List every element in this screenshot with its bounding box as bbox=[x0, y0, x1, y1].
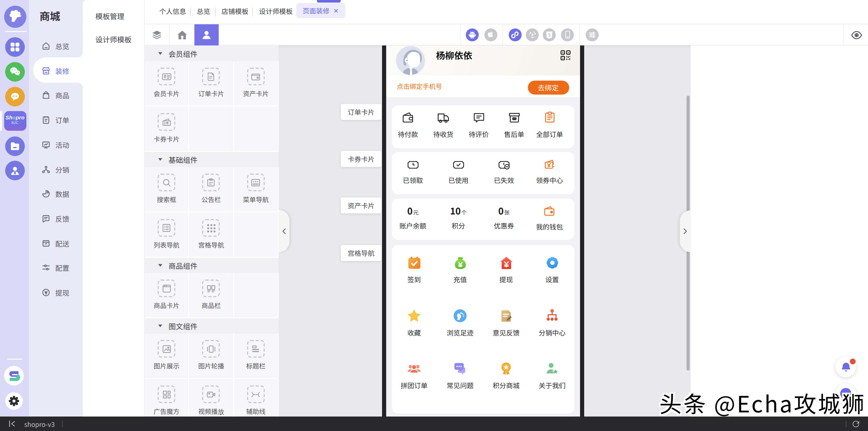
svg-text:5: 5 bbox=[548, 32, 551, 37]
